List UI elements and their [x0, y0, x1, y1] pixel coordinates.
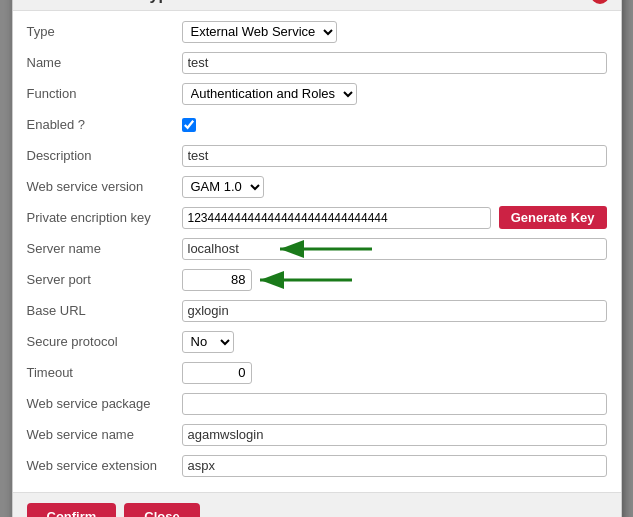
server-name-container	[182, 238, 607, 260]
type-select[interactable]: External Web Service Internal LDAP	[182, 21, 337, 43]
base-url-input[interactable]	[182, 300, 607, 322]
enabled-checkbox[interactable]	[182, 118, 196, 132]
server-name-row: Server name	[27, 236, 607, 262]
timeout-input[interactable]	[182, 362, 252, 384]
name-row: Name	[27, 50, 607, 76]
authentication-type-dialog: Authentication Type × Type External Web …	[12, 0, 622, 517]
enabled-checkbox-container	[182, 118, 196, 132]
server-port-container	[182, 269, 252, 291]
server-port-label: Server port	[27, 272, 182, 287]
close-x-button[interactable]: ×	[591, 0, 609, 4]
name-input[interactable]	[182, 52, 607, 74]
function-select[interactable]: Authentication and Roles Authentication …	[182, 83, 357, 105]
web-service-version-container: GAM 1.0 GAM 2.0	[182, 176, 264, 198]
private-key-label: Private encription key	[27, 210, 182, 225]
base-url-row: Base URL	[27, 298, 607, 324]
timeout-label: Timeout	[27, 365, 182, 380]
type-row: Type External Web Service Internal LDAP	[27, 19, 607, 45]
web-service-package-input[interactable]	[182, 393, 607, 415]
web-service-version-label: Web service version	[27, 179, 182, 194]
web-service-version-select[interactable]: GAM 1.0 GAM 2.0	[182, 176, 264, 198]
type-select-container: External Web Service Internal LDAP	[182, 21, 337, 43]
secure-protocol-label: Secure protocol	[27, 334, 182, 349]
secure-protocol-container: No Yes	[182, 331, 234, 353]
generate-key-button[interactable]: Generate Key	[499, 206, 607, 229]
web-service-name-input[interactable]	[182, 424, 607, 446]
web-service-extension-input[interactable]	[182, 455, 607, 477]
function-label: Function	[27, 86, 182, 101]
name-label: Name	[27, 55, 182, 70]
server-port-arrow	[252, 268, 362, 292]
web-service-name-label: Web service name	[27, 427, 182, 442]
dialog-header: Authentication Type ×	[13, 0, 621, 11]
function-select-container: Authentication and Roles Authentication …	[182, 83, 357, 105]
web-service-extension-label: Web service extension	[27, 458, 182, 473]
secure-protocol-row: Secure protocol No Yes	[27, 329, 607, 355]
web-service-extension-row: Web service extension	[27, 453, 607, 479]
base-url-label: Base URL	[27, 303, 182, 318]
server-port-row: Server port	[27, 267, 607, 293]
dialog-title: Authentication Type	[25, 0, 178, 4]
server-name-input[interactable]	[182, 238, 607, 260]
web-service-package-row: Web service package	[27, 391, 607, 417]
close-button[interactable]: Close	[124, 503, 199, 518]
web-service-version-row: Web service version GAM 1.0 GAM 2.0	[27, 174, 607, 200]
server-name-label: Server name	[27, 241, 182, 256]
secure-protocol-select[interactable]: No Yes	[182, 331, 234, 353]
private-key-row: Private encription key Generate Key	[27, 205, 607, 231]
dialog-body: Type External Web Service Internal LDAP …	[13, 11, 621, 492]
type-label: Type	[27, 24, 182, 39]
description-input[interactable]	[182, 145, 607, 167]
function-row: Function Authentication and Roles Authen…	[27, 81, 607, 107]
description-label: Description	[27, 148, 182, 163]
enabled-label: Enabled ?	[27, 117, 182, 132]
private-key-container: Generate Key	[182, 206, 607, 229]
web-service-package-label: Web service package	[27, 396, 182, 411]
server-port-input[interactable]	[182, 269, 252, 291]
dialog-footer: Confirm Close ◿	[13, 492, 621, 518]
enabled-row: Enabled ?	[27, 112, 607, 138]
description-row: Description	[27, 143, 607, 169]
confirm-button[interactable]: Confirm	[27, 503, 117, 518]
web-service-name-row: Web service name	[27, 422, 607, 448]
timeout-row: Timeout	[27, 360, 607, 386]
private-key-input[interactable]	[182, 207, 491, 229]
